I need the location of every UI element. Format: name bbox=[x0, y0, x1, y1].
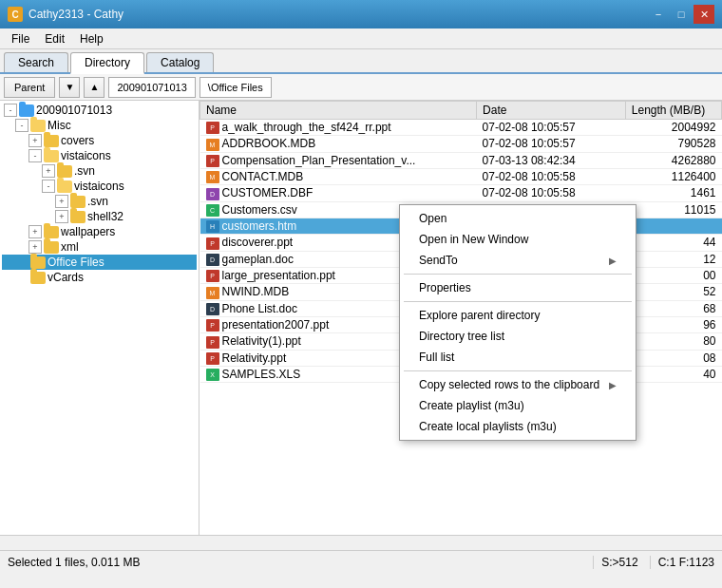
tab-search[interactable]: Search bbox=[4, 52, 68, 72]
status-left: Selected 1 files, 0.011 MB bbox=[8, 556, 140, 569]
window-controls: − □ ✕ bbox=[648, 5, 714, 24]
file-length-cell: 790528 bbox=[625, 136, 721, 152]
table-row[interactable]: PCompensation_Plan_Presentation_v... 07-… bbox=[200, 152, 722, 168]
ctx-sendto-label: SendTo bbox=[419, 254, 458, 267]
tree-toggle-shell32[interactable]: + bbox=[55, 210, 68, 223]
maximize-button[interactable]: □ bbox=[671, 5, 692, 24]
ctx-properties[interactable]: Properties bbox=[400, 277, 636, 298]
file-length-cell: 12 bbox=[625, 251, 721, 267]
tree-toggle-misc[interactable]: - bbox=[15, 119, 28, 132]
tree-label-vcards: vCards bbox=[48, 271, 84, 284]
tree-item-vistaicons1[interactable]: - vistaicons bbox=[2, 148, 197, 163]
folder-icon-svn1 bbox=[57, 165, 72, 178]
file-date-cell: 07-02-08 10:05:57 bbox=[477, 136, 626, 152]
nav-down-button[interactable]: ▼ bbox=[59, 77, 80, 98]
tab-catalog[interactable]: Catalog bbox=[146, 52, 214, 72]
tree-toggle-vistaicons1[interactable]: - bbox=[28, 149, 42, 162]
col-header-date[interactable]: Date bbox=[477, 102, 626, 120]
status-right: S:>512 C:1 F:1123 bbox=[593, 556, 714, 569]
menu-edit[interactable]: Edit bbox=[37, 30, 72, 47]
tree-item-vistaicons2[interactable]: - vistaicons bbox=[2, 179, 197, 194]
tree-item-wallpapers[interactable]: + wallpapers bbox=[2, 224, 197, 239]
ctx-explore-parent-label: Explore parent directory bbox=[419, 309, 540, 322]
tree-panel[interactable]: - 200901071013 - Misc + covers - vistaic… bbox=[0, 101, 200, 535]
title-left: C Cathy2313 - Cathy bbox=[8, 7, 124, 22]
file-date-cell: 07-02-08 10:05:57 bbox=[477, 120, 626, 136]
tree-item-office-files[interactable]: Office Files bbox=[2, 255, 197, 270]
menu-help[interactable]: Help bbox=[72, 30, 111, 47]
file-length-cell: 08 bbox=[625, 350, 721, 366]
tree-item-svn2[interactable]: + .svn bbox=[2, 194, 197, 209]
file-length-cell: 11015 bbox=[625, 201, 721, 218]
tree-label-root: 200901071013 bbox=[36, 104, 112, 117]
tab-directory[interactable]: Directory bbox=[70, 52, 144, 74]
status-bar: Selected 1 files, 0.011 MB S:>512 C:1 F:… bbox=[0, 550, 722, 573]
folder-icon-office-files bbox=[30, 256, 46, 269]
table-row[interactable]: MCONTACT.MDB 07-02-08 10:05:58 1126400 bbox=[200, 168, 722, 184]
nav-up-button[interactable]: ▲ bbox=[84, 77, 104, 98]
tree-item-xml[interactable]: + xml bbox=[2, 239, 197, 255]
ctx-dir-tree-list-label: Directory tree list bbox=[419, 330, 504, 343]
tree-label-wallpapers: wallpapers bbox=[61, 225, 115, 238]
folder-icon-covers bbox=[44, 135, 59, 147]
tree-item-root[interactable]: - 200901071013 bbox=[2, 103, 197, 118]
file-name-cell: MADDRBOOK.MDB bbox=[200, 136, 477, 152]
tree-item-vcards[interactable]: vCards bbox=[2, 270, 197, 285]
file-length-cell bbox=[625, 218, 721, 234]
ctx-open-new-window-label: Open in New Window bbox=[419, 233, 528, 246]
col-header-length[interactable]: Length (MB/B) bbox=[625, 102, 721, 120]
col-header-name[interactable]: Name bbox=[200, 102, 477, 120]
tree-label-xml: xml bbox=[61, 240, 79, 254]
tree-item-covers[interactable]: + covers bbox=[2, 133, 197, 148]
folder-icon-vistaicons2 bbox=[57, 180, 72, 193]
path-part1: 200901071013 bbox=[108, 77, 195, 98]
minimize-button[interactable]: − bbox=[648, 5, 669, 24]
folder-icon-vcards bbox=[30, 272, 46, 284]
title-bar: C Cathy2313 - Cathy − □ ✕ bbox=[0, 0, 722, 28]
ctx-open-new-window[interactable]: Open in New Window bbox=[400, 229, 636, 250]
table-row[interactable]: DCUSTOMER.DBF 07-02-08 10:05:58 1461 bbox=[200, 185, 722, 201]
tree-toggle-wallpapers[interactable]: + bbox=[28, 225, 42, 238]
window-title: Cathy2313 - Cathy bbox=[28, 8, 124, 21]
ctx-separator2 bbox=[404, 301, 632, 302]
file-length-cell: 68 bbox=[625, 300, 721, 316]
path-part2: \Office Files bbox=[200, 77, 272, 98]
table-row[interactable]: Pa_walk_through_the_sf424_rr.ppt 07-02-0… bbox=[200, 120, 722, 136]
context-menu: Open Open in New Window SendTo ▶ Propert… bbox=[399, 204, 636, 441]
menu-file[interactable]: File bbox=[4, 30, 37, 47]
file-length-cell: 52 bbox=[625, 284, 721, 300]
file-date-cell: 07-02-08 10:05:58 bbox=[477, 168, 626, 184]
address-bar: Parent ▼ ▲ 200901071013 \Office Files bbox=[0, 74, 722, 101]
folder-icon-root bbox=[19, 104, 34, 117]
ctx-sendto[interactable]: SendTo ▶ bbox=[400, 250, 636, 271]
close-button[interactable]: ✕ bbox=[694, 5, 714, 24]
ctx-explore-parent[interactable]: Explore parent directory bbox=[400, 305, 636, 326]
ctx-full-list[interactable]: Full list bbox=[400, 347, 636, 368]
parent-button[interactable]: Parent bbox=[4, 77, 55, 98]
tree-toggle-svn1[interactable]: + bbox=[42, 164, 55, 178]
tree-toggle-vistaicons2[interactable]: - bbox=[42, 180, 55, 193]
tree-item-misc[interactable]: - Misc bbox=[2, 118, 197, 133]
file-name-cell: MCONTACT.MDB bbox=[200, 168, 477, 184]
ctx-create-local-playlists[interactable]: Create local playlists (m3u) bbox=[400, 416, 636, 437]
tree-item-svn1[interactable]: + .svn bbox=[2, 163, 197, 179]
ctx-full-list-label: Full list bbox=[419, 351, 454, 364]
ctx-dir-tree-list[interactable]: Directory tree list bbox=[400, 326, 636, 347]
tree-toggle-xml[interactable]: + bbox=[28, 240, 42, 254]
tree-toggle-covers[interactable]: + bbox=[28, 134, 42, 147]
table-row[interactable]: MADDRBOOK.MDB 07-02-08 10:05:57 790528 bbox=[200, 136, 722, 152]
file-length-cell: 96 bbox=[625, 316, 721, 332]
ctx-copy-rows[interactable]: Copy selected rows to the clipboard ▶ bbox=[400, 374, 636, 395]
ctx-open[interactable]: Open bbox=[400, 208, 636, 229]
tree-item-shell32[interactable]: + shell32 bbox=[2, 209, 197, 224]
ctx-separator1 bbox=[404, 274, 632, 275]
ctx-create-playlist[interactable]: Create playlist (m3u) bbox=[400, 395, 636, 416]
tree-label-vistaicons2: vistaicons bbox=[74, 180, 124, 193]
folder-icon-xml bbox=[44, 241, 59, 254]
horizontal-scrollbar[interactable] bbox=[0, 535, 722, 550]
tree-label-covers: covers bbox=[61, 134, 94, 147]
status-right-text: C:1 F:1123 bbox=[650, 556, 714, 569]
tree-toggle-svn2[interactable]: + bbox=[55, 195, 68, 208]
file-date-cell: 07-02-08 10:05:58 bbox=[477, 185, 626, 201]
tree-toggle-root[interactable]: - bbox=[4, 104, 17, 117]
